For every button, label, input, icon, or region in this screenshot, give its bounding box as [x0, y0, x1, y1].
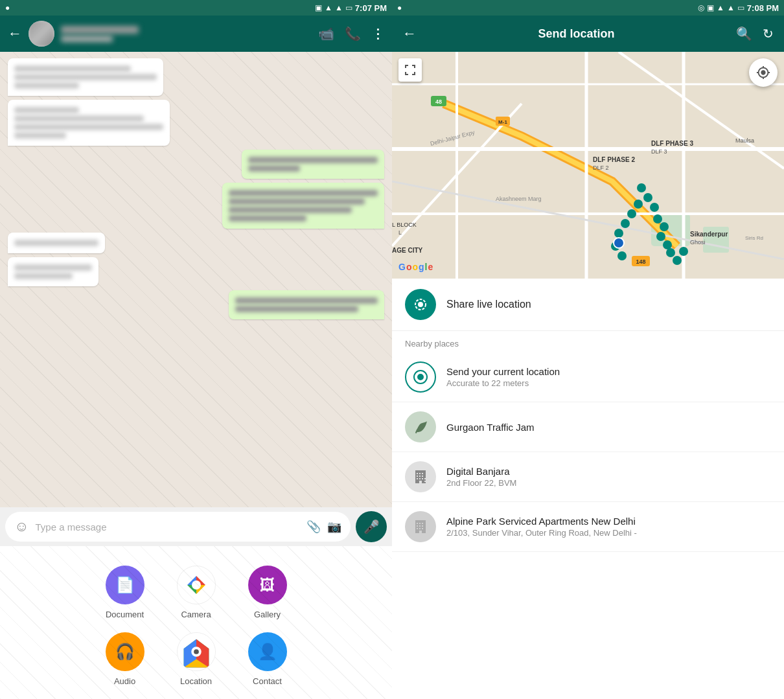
place-icon-0 — [405, 411, 436, 442]
contact-info — [61, 26, 139, 42]
back-button-chat[interactable]: ← — [8, 25, 22, 42]
place-name-2: Alpine Park Serviced Apartments New Delh… — [446, 516, 771, 527]
refresh-icon[interactable]: ↻ — [763, 26, 774, 41]
svg-point-31 — [650, 203, 659, 212]
chat-input-area: ☺ Type a message 📎 📷 🎤 — [0, 507, 392, 546]
my-location-button[interactable] — [749, 58, 778, 87]
location-panel: 48 M-1 148 Delhi-Jaipur Expy Akashneem M… — [392, 52, 784, 699]
map-svg: 48 M-1 148 Delhi-Jaipur Expy Akashneem M… — [392, 52, 784, 279]
time-left: 7:07 PM — [355, 3, 387, 13]
message-received-2 — [8, 100, 170, 146]
svg-text:L BLOCK: L BLOCK — [392, 222, 417, 228]
svg-point-4 — [194, 649, 199, 654]
svg-point-32 — [653, 214, 662, 223]
spotify-icon-right: ● — [397, 3, 402, 12]
svg-text:L: L — [398, 229, 402, 236]
svg-point-45 — [614, 238, 624, 248]
message-received-1 — [8, 58, 163, 96]
svg-text:Siris Rd: Siris Rd — [745, 235, 763, 241]
wifi-icon: ▲ — [325, 3, 332, 12]
svg-point-42 — [617, 251, 627, 260]
place-details-1: Digital Banjara 2nd Floor 22, BVM — [446, 466, 771, 488]
leaf-icon — [413, 419, 428, 435]
main-content: ☺ Type a message 📎 📷 🎤 📄 Document — [0, 52, 784, 699]
video-call-icon[interactable]: 📹 — [318, 26, 334, 41]
live-location-icon — [413, 297, 428, 312]
svg-point-30 — [643, 193, 652, 202]
message-sent-3 — [229, 290, 384, 319]
svg-point-39 — [627, 209, 636, 218]
input-placeholder[interactable]: Type a message — [35, 521, 300, 533]
current-location-icon — [405, 361, 436, 393]
place-name-1: Digital Banjara — [446, 466, 771, 477]
current-location-sub: Accurate to 22 meters — [446, 378, 771, 388]
svg-point-44 — [679, 247, 688, 256]
svg-text:Ghosi: Ghosi — [690, 239, 706, 246]
svg-point-29 — [637, 183, 646, 192]
svg-text:Sikanderpur: Sikanderpur — [690, 231, 728, 238]
status-bar: ● ▣ ▲ ▲ ▭ 7:07 PM ● ◎ ▣ ▲ ▲ ▭ 7:08 PM — [0, 0, 784, 16]
chat-messages — [0, 52, 392, 507]
contact-name — [61, 26, 139, 34]
vibrate-icon-right: ▣ — [707, 3, 714, 12]
svg-text:Maulsa: Maulsa — [735, 137, 754, 144]
google-watermark: Google — [398, 262, 433, 272]
svg-point-37 — [614, 229, 623, 238]
svg-text:48: 48 — [435, 98, 442, 105]
mic-button[interactable]: 🎤 — [356, 511, 387, 542]
wifi-icon-right: ▲ — [717, 3, 724, 12]
svg-point-48 — [418, 302, 423, 307]
svg-point-36 — [666, 248, 675, 257]
location-list: Share live location Nearby places Send y… — [392, 279, 784, 699]
nearby-places-header: Nearby places — [392, 331, 784, 352]
share-live-label: Share live location — [446, 299, 531, 310]
apartment-icon — [413, 519, 428, 534]
svg-text:148: 148 — [636, 258, 645, 265]
attachment-icon[interactable]: 📎 — [306, 520, 321, 534]
place-details-0: Gurgaon Traffic Jam — [446, 422, 771, 433]
place-name-0: Gurgaon Traffic Jam — [446, 422, 771, 433]
place-icon-2 — [405, 511, 436, 542]
signal-icon-right: ▲ — [727, 3, 735, 12]
svg-point-38 — [621, 219, 630, 228]
building-icon — [413, 469, 428, 485]
svg-text:Akashneem Marg: Akashneem Marg — [496, 196, 542, 202]
camera-quick-icon[interactable]: 📷 — [327, 520, 341, 534]
location-status-icon: ◎ — [698, 3, 704, 12]
status-bar-right: ● ◎ ▣ ▲ ▲ ▭ 7:08 PM — [392, 3, 784, 13]
message-input-box[interactable]: ☺ Type a message 📎 📷 — [5, 512, 351, 542]
map-area[interactable]: 48 M-1 148 Delhi-Jaipur Expy Akashneem M… — [392, 52, 784, 279]
place-item-0[interactable]: Gurgaon Traffic Jam — [392, 402, 784, 452]
location-icon-circle — [177, 632, 216, 671]
emoji-icon[interactable]: ☺ — [14, 518, 29, 535]
chat-panel: ☺ Type a message 📎 📷 🎤 📄 Document — [0, 52, 392, 699]
svg-point-35 — [663, 240, 672, 249]
svg-text:DLF PHASE 3: DLF PHASE 3 — [651, 140, 693, 147]
svg-point-34 — [656, 232, 665, 241]
more-options-icon[interactable]: ⋮ — [371, 26, 384, 41]
place-item-1[interactable]: Digital Banjara 2nd Floor 22, BVM — [392, 452, 784, 502]
search-icon[interactable]: 🔍 — [736, 26, 752, 41]
fullscreen-icon — [404, 64, 416, 76]
svg-text:M-1: M-1 — [498, 119, 507, 125]
battery-icon: ▭ — [345, 3, 352, 12]
current-location-item[interactable]: Send your current location Accurate to 2… — [392, 352, 784, 402]
phone-call-icon[interactable]: 📞 — [345, 26, 361, 41]
vibrate-icon: ▣ — [315, 3, 322, 12]
current-location-name: Send your current location — [446, 366, 771, 377]
svg-text:DLF PHASE 2: DLF PHASE 2 — [593, 156, 635, 163]
spotify-icon: ● — [5, 3, 10, 12]
place-sub-2: 2/103, Sunder Vihar, Outer Ring Road, Ne… — [446, 528, 771, 538]
share-live-location-button[interactable]: Share live location — [392, 279, 784, 331]
contact-avatar — [29, 21, 54, 47]
message-sent-2 — [222, 183, 384, 229]
place-item-2[interactable]: Alpine Park Serviced Apartments New Delh… — [392, 502, 784, 552]
chat-header: ← 📹 📞 ⋮ — [0, 16, 392, 52]
status-bar-left: ● ▣ ▲ ▲ ▭ 7:07 PM — [0, 3, 392, 13]
share-live-icon — [405, 289, 436, 320]
place-sub-1: 2nd Floor 22, BVM — [446, 478, 771, 488]
message-received-4 — [8, 257, 98, 286]
fullscreen-button[interactable] — [398, 58, 422, 82]
location-header: ← Send location 🔍 ↻ — [392, 16, 784, 52]
back-button-location[interactable]: ← — [402, 25, 417, 42]
